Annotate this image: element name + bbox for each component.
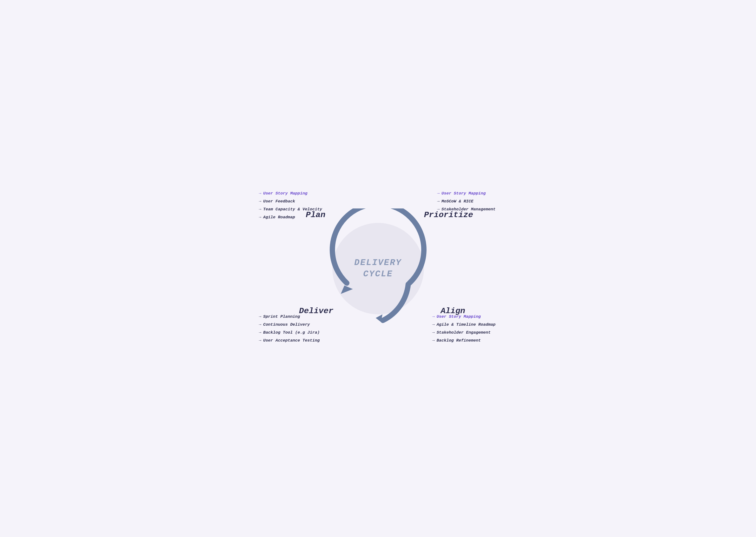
svg-marker-0 bbox=[341, 285, 353, 294]
list-item: Stakeholder Engagement bbox=[432, 330, 495, 335]
list-item: Sprint Planning bbox=[259, 314, 320, 319]
list-item: User Feedback bbox=[259, 199, 322, 204]
main-container: DELIVERY CYCLE Plan Prioritize Align Del… bbox=[245, 175, 511, 362]
list-item: Stakeholder Management bbox=[437, 207, 496, 212]
list-item: User Story Mapping bbox=[437, 191, 496, 196]
list-item: Agile & Timeline Roadmap bbox=[432, 322, 495, 327]
list-item: Backlog Tool (e.g Jira) bbox=[259, 330, 320, 335]
list-item: Continuous Delivery bbox=[259, 322, 320, 327]
list-item: MoSCoW & RICE bbox=[437, 199, 496, 204]
list-item: User Acceptance Testing bbox=[259, 338, 320, 343]
prioritize-list: User Story MappingMoSCoW & RICEStakehold… bbox=[437, 191, 496, 215]
cycle-arrows-svg bbox=[318, 208, 438, 329]
list-item: User Story Mapping bbox=[432, 314, 495, 319]
list-item: Agile Roadmap bbox=[259, 215, 322, 220]
align-list: User Story MappingAgile & Timeline Roadm… bbox=[432, 314, 495, 346]
deliver-list: Sprint PlanningContinuous DeliveryBacklo… bbox=[259, 314, 320, 346]
plan-list: User Story MappingUser FeedbackTeam Capa… bbox=[259, 191, 322, 223]
list-item: Team Capacity & Velocity bbox=[259, 207, 322, 212]
list-item: User Story Mapping bbox=[259, 191, 322, 196]
list-item: Backlog Refinement bbox=[432, 338, 495, 343]
